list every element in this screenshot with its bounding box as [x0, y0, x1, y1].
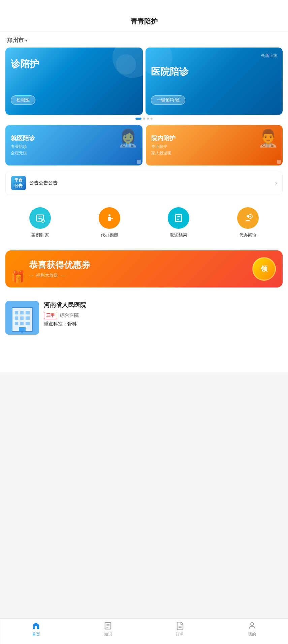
coupon-decoration: 🎁 — [11, 270, 26, 284]
banner-right[interactable]: 全新上线 医院陪诊 一键预约 轻 — [146, 48, 283, 115]
svg-rect-28 — [20, 322, 24, 325]
bottom-nav: 首页 知识 订单 我的 — [0, 618, 288, 644]
banner-right-btn-label: 一键预约 轻 — [157, 97, 180, 102]
announcement-arrow: › — [275, 180, 277, 186]
consult-icon — [243, 213, 253, 223]
banner-dots — [5, 118, 283, 120]
dot-1 — [135, 118, 141, 120]
menu-item-consult[interactable]: 代办问诊 — [237, 207, 259, 238]
banner-left-text: 诊陪护 — [11, 58, 39, 70]
banner-right-title: 医院陪诊 — [151, 65, 278, 78]
person-icon — [248, 621, 256, 630]
announcement-text: 公告公告公告 — [29, 180, 272, 186]
svg-rect-26 — [26, 316, 30, 320]
announcement-tag: 平台 公告 — [11, 176, 26, 190]
city-dropdown-arrow: ▾ — [25, 38, 27, 43]
dot-4 — [151, 118, 153, 120]
quick-menu: 案例到家 代办跑腿 取送结果 — [0, 201, 288, 245]
hospital-level-badge: 三甲 — [44, 312, 57, 319]
coupon-title: 恭喜获得优惠券 — [29, 259, 90, 271]
coupon-claim-button[interactable]: 领 — [252, 257, 276, 281]
nav-item-knowledge[interactable]: 知识 — [104, 621, 113, 637]
svg-rect-29 — [26, 322, 30, 325]
svg-rect-32 — [35, 626, 37, 629]
hospital-building-image: 医 — [5, 301, 39, 335]
nav-label-knowledge: 知识 — [104, 632, 112, 637]
hospital-image: 医 — [5, 301, 39, 335]
nav-label-profile: 我的 — [248, 632, 256, 637]
dot-2 — [143, 118, 145, 120]
menu-icon-result — [168, 207, 189, 229]
nav-item-profile[interactable]: 我的 — [248, 621, 256, 637]
menu-label-case: 案例到家 — [31, 232, 49, 238]
banner-left-btn-label: 松就医 — [17, 97, 30, 102]
service-cards: 就医陪诊 专业陪诊 全程无忧 👩‍⚕️ 院内陪护 专业陪护 家人般温暖 👨‍⚕️ — [0, 125, 288, 165]
svg-rect-30 — [19, 327, 26, 331]
svg-rect-21 — [15, 311, 18, 314]
nav-label-home: 首页 — [32, 632, 40, 637]
svg-rect-23 — [26, 311, 30, 314]
menu-item-errand[interactable]: 代办跑腿 — [99, 207, 120, 238]
menu-icon-consult — [237, 207, 259, 229]
hospital-level-row: 三甲 综合医院 — [44, 312, 283, 319]
city-selector[interactable]: 郑州市 ▾ — [0, 32, 288, 48]
coupon-banner[interactable]: 🎁 恭喜获得优惠券 — 福利大放送 — 领 — [5, 250, 283, 287]
city-name: 郑州市 — [7, 36, 24, 44]
banner-left-title: 诊陪护 — [11, 58, 39, 70]
banner-right-button[interactable]: 一键预约 轻 — [151, 95, 186, 105]
hospital-type: 综合医院 — [60, 312, 79, 318]
menu-label-errand: 代办跑腿 — [101, 232, 118, 238]
svg-text:医: 医 — [21, 331, 23, 333]
errand-icon — [105, 213, 114, 223]
menu-icon-errand — [99, 207, 120, 229]
announcement-section[interactable]: 平台 公告 公告公告公告 › — [5, 171, 283, 195]
hospital-section: 医 河南省人民医院 三甲 综合医院 重点科室：骨科 — [0, 296, 288, 340]
banner-container: 诊陪护 松就医 全新上线 医院陪诊 一键预约 轻 — [5, 48, 283, 115]
svg-rect-22 — [20, 311, 24, 314]
case-icon — [35, 213, 45, 223]
svg-point-39 — [251, 622, 254, 625]
result-icon — [174, 213, 183, 223]
file-icon — [175, 621, 184, 630]
nav-item-order[interactable]: 订单 — [175, 621, 184, 637]
svg-rect-25 — [20, 316, 24, 320]
hospital-dept: 重点科室：骨科 — [44, 321, 283, 327]
home-icon — [32, 621, 40, 630]
svg-point-7 — [108, 214, 110, 216]
main-content: 郑州市 ▾ 诊陪护 松就医 全新上线 医院陪诊 一键预约 — [0, 32, 288, 372]
svg-rect-27 — [15, 322, 18, 325]
menu-label-consult: 代办问诊 — [239, 232, 257, 238]
menu-icon-case — [29, 207, 51, 229]
nav-label-order: 订单 — [176, 632, 184, 637]
banner-section: 诊陪护 松就医 全新上线 医院陪诊 一键预约 轻 — [0, 48, 288, 120]
svg-rect-24 — [15, 316, 18, 320]
nav-item-home[interactable]: 首页 — [32, 621, 40, 637]
banner-left[interactable]: 诊陪护 松就医 — [5, 48, 143, 115]
coupon-left: 恭喜获得优惠券 — 福利大放送 — — [29, 259, 90, 278]
coupon-subtitle: — 福利大放送 — — [29, 272, 90, 278]
banner-left-button[interactable]: 松就医 — [11, 95, 35, 105]
menu-item-result[interactable]: 取送结果 — [168, 207, 189, 238]
service-card-hospital[interactable]: 院内陪护 专业陪护 家人般温暖 👨‍⚕️ — [146, 125, 283, 165]
hospital-card[interactable]: 医 河南省人民医院 三甲 综合医院 重点科室：骨科 — [5, 301, 283, 335]
book-icon — [104, 621, 113, 630]
dot-3 — [147, 118, 149, 120]
hospital-name: 河南省人民医院 — [44, 301, 283, 309]
app-header: 青青陪护 — [0, 0, 288, 32]
app-title: 青青陪护 — [131, 18, 158, 25]
svg-line-9 — [112, 218, 113, 219]
service-card-medical[interactable]: 就医陪诊 专业陪诊 全程无忧 👩‍⚕️ — [5, 125, 142, 165]
hospital-info: 河南省人民医院 三甲 综合医院 重点科室：骨科 — [44, 301, 283, 327]
menu-item-case[interactable]: 案例到家 — [29, 207, 51, 238]
menu-label-result: 取送结果 — [170, 232, 187, 238]
